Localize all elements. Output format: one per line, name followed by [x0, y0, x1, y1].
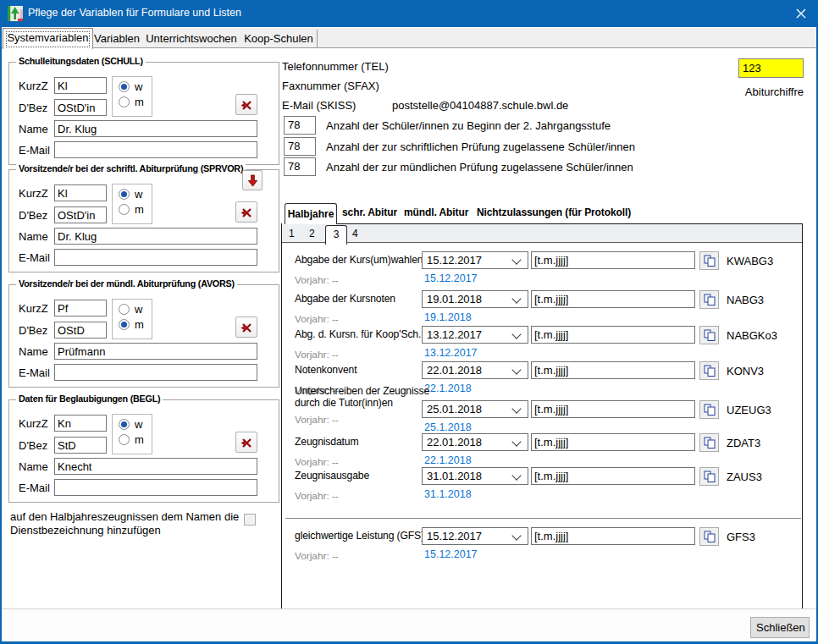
count-field-3[interactable]: 78 — [284, 157, 316, 176]
copy-button[interactable] — [699, 433, 719, 452]
radio-m[interactable] — [119, 204, 130, 215]
date-input[interactable] — [531, 290, 695, 308]
tab-muendl-abitur[interactable]: mündl. Abitur — [404, 206, 468, 218]
copy-button[interactable] — [699, 361, 719, 380]
date-dropdown[interactable]: 13.12.2017 — [422, 326, 528, 344]
date-input[interactable] — [531, 527, 695, 545]
tab-variablen[interactable]: Variablen — [91, 30, 143, 47]
group-title: Schulleitungsdaten (SCHULL) — [16, 56, 146, 66]
vorjahr-label: Vorjahr: -- — [295, 313, 339, 325]
radio-m[interactable] — [119, 96, 130, 107]
radio-w[interactable] — [119, 189, 130, 200]
copy-down-button[interactable] — [242, 170, 263, 190]
tab-nichtzulassungen[interactable]: Nichtzulassungen (für Protokoll) — [477, 206, 631, 218]
variable-name: NABGKo3 — [727, 329, 777, 342]
email-input[interactable] — [54, 479, 257, 496]
variable-name: UZEUG3 — [727, 404, 771, 416]
clear-button[interactable] — [235, 432, 257, 453]
chevron-down-icon — [511, 294, 521, 303]
kurzz-input[interactable] — [54, 77, 107, 94]
copy-button[interactable] — [699, 251, 719, 270]
copy-icon — [704, 471, 716, 482]
radio-w-label: w — [135, 418, 142, 431]
sub-tab-2[interactable]: 2 — [309, 228, 315, 239]
date-dropdown[interactable]: 25.01.2018 — [422, 400, 528, 418]
tab-unterrichtswochen[interactable]: Unterrichtswochen — [142, 30, 241, 47]
dienstbezeichnung-checkbox-label: auf den Halbjahreszeugnissen dem Namen d… — [10, 510, 244, 537]
copy-button[interactable] — [699, 400, 719, 419]
tab-halbjahre[interactable]: Halbjahre — [285, 203, 337, 224]
clear-button[interactable] — [235, 94, 257, 115]
clear-button[interactable] — [235, 316, 257, 338]
email-input[interactable] — [54, 141, 257, 158]
date-input[interactable] — [531, 361, 695, 379]
email-input[interactable] — [54, 364, 257, 381]
name-input[interactable] — [54, 343, 257, 360]
copy-icon — [704, 255, 716, 267]
dialog-window: Pflege der Variablen für Formulare und L… — [0, 0, 818, 644]
sub-tab-1[interactable]: 1 — [289, 228, 295, 239]
date-input[interactable] — [531, 433, 695, 451]
name-input[interactable] — [54, 458, 257, 475]
kurzz-input[interactable] — [54, 300, 107, 316]
kurzz-input[interactable] — [54, 184, 107, 201]
date-value: 19.01.2018 — [427, 293, 482, 305]
date-dropdown[interactable]: 22.01.2018 — [422, 361, 528, 379]
copy-icon — [704, 294, 716, 305]
variable-name: KWABG3 — [727, 255, 773, 267]
date-dropdown[interactable]: 15.12.2017 — [422, 527, 528, 545]
dbez-input[interactable] — [54, 437, 107, 454]
dbez-input[interactable] — [54, 206, 107, 223]
copy-button[interactable] — [699, 467, 719, 486]
radio-w[interactable] — [119, 81, 130, 92]
date-dropdown[interactable]: 31.01.2018 — [422, 467, 528, 485]
count-field-1[interactable]: 78 — [284, 116, 316, 135]
email-input[interactable] — [54, 249, 257, 266]
date-dropdown[interactable]: 19.01.2018 — [422, 290, 528, 308]
dbez-input[interactable] — [54, 322, 107, 339]
name-input[interactable] — [54, 120, 257, 137]
copy-button[interactable] — [699, 527, 719, 546]
copy-button[interactable] — [699, 290, 719, 309]
date-input[interactable] — [531, 400, 695, 418]
copy-button[interactable] — [699, 326, 719, 344]
sub-tab-3[interactable]: 3 — [325, 225, 347, 245]
copy-icon — [704, 404, 716, 416]
count-field-2[interactable]: 78 — [284, 137, 316, 156]
dbez-label: D'Bez — [19, 324, 47, 337]
tab-schr-abitur[interactable]: schr. Abitur — [342, 206, 397, 218]
main-tab-bar: Systemvariablen Variablen Unterrichtswoc… — [2, 28, 816, 48]
clear-icon — [240, 206, 253, 219]
row-label: Abg. d. Kursn. für Koop'Sch. — [295, 328, 421, 340]
date-input[interactable] — [531, 251, 695, 269]
radio-w[interactable] — [119, 304, 130, 315]
clear-button[interactable] — [235, 201, 257, 223]
date-input[interactable] — [531, 326, 695, 344]
date-row-uzeug: Unterschreiben der Zeugnisse durch die T… — [281, 400, 803, 438]
date-dropdown[interactable]: 15.12.2017 — [422, 251, 528, 269]
radio-w[interactable] — [119, 419, 130, 430]
close-icon[interactable] — [793, 6, 810, 21]
date-dropdown[interactable]: 22.01.2018 — [422, 433, 528, 451]
date-row-gfs: gleichwertige Leistung (GFS) Vorjahr: --… — [281, 527, 803, 564]
dienstbezeichnung-checkbox[interactable] — [244, 514, 256, 526]
schliessen-button[interactable]: Schließen — [750, 617, 810, 638]
kurzz-input[interactable] — [54, 415, 107, 432]
vorjahr-label: Vorjahr: -- — [295, 456, 339, 468]
group-title: Vorsitzende/r bei der schriftl. Abiturpr… — [16, 163, 246, 173]
dbez-input[interactable] — [54, 99, 107, 116]
vorjahr-label: Vorjahr: -- — [295, 274, 339, 286]
radio-m[interactable] — [119, 319, 130, 330]
tab-systemvariablen[interactable]: Systemvariablen — [3, 28, 93, 49]
clear-icon — [240, 436, 253, 449]
date-value: 15.12.2017 — [427, 254, 482, 267]
row-label: Notenkonvent — [295, 364, 356, 376]
tab-koop-schulen[interactable]: Koop-Schulen — [240, 30, 318, 47]
email-label: E-Mail — [19, 366, 50, 379]
radio-m[interactable] — [119, 434, 130, 445]
email-label: E-Mail — [19, 482, 50, 494]
date-input[interactable] — [531, 467, 695, 485]
sub-tab-4[interactable]: 4 — [352, 228, 358, 239]
name-input[interactable] — [54, 228, 257, 245]
abiturchiffre-field[interactable]: 123 — [738, 58, 804, 78]
